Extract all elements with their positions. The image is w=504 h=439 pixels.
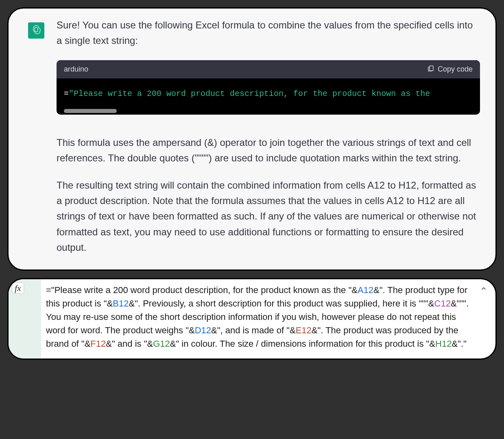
formula-text: &", and is made of "& — [211, 325, 296, 335]
cell-ref-B12: B12 — [113, 298, 129, 309]
fx-badge: fx — [12, 283, 24, 294]
excel-gutter: fx — [9, 279, 41, 359]
code-eq: = — [64, 89, 69, 98]
copy-code-button[interactable]: Copy code — [427, 64, 473, 74]
formula-text: &" and is "& — [106, 339, 153, 349]
code-string: "Please write a 200 word product descrip… — [69, 89, 430, 98]
code-block: arduino Copy code ="Please write a 200 w… — [57, 60, 480, 115]
chat-para-2: The resulting text string will contain t… — [57, 178, 480, 256]
svg-rect-0 — [430, 66, 433, 71]
cell-ref-F12: F12 — [90, 339, 106, 349]
formula-text: &" in colour. The size / dimensions info… — [170, 339, 435, 349]
assistant-avatar — [28, 22, 44, 39]
code-content[interactable]: ="Please write a 200 word product descri… — [57, 78, 480, 115]
copy-code-label: Copy code — [438, 65, 473, 74]
code-lang-label: arduino — [64, 65, 88, 74]
chat-body: Sure! You can use the following Excel fo… — [57, 17, 480, 256]
code-header: arduino Copy code — [57, 60, 480, 78]
chat-intro: Sure! You can use the following Excel fo… — [57, 17, 480, 49]
cell-ref-H12: H12 — [435, 339, 452, 349]
cell-ref-A12: A12 — [358, 285, 373, 295]
excel-formula-card: fx ="Please write a 200 word product des… — [7, 278, 497, 360]
cell-ref-C12: C12 — [434, 298, 451, 309]
chat-para-1: This formula uses the ampersand (&) oper… — [57, 135, 480, 166]
chevron-up-icon[interactable] — [480, 285, 487, 294]
cell-ref-D12: D12 — [195, 325, 211, 335]
openai-logo-icon — [31, 24, 41, 37]
formula-bar[interactable]: ="Please write a 200 word product descri… — [41, 279, 495, 359]
clipboard-icon — [427, 64, 434, 74]
formula-text: &"." — [452, 339, 466, 349]
formula-text: ="Please write a 200 word product descri… — [46, 285, 358, 295]
cell-ref-E12: E12 — [296, 325, 312, 335]
horizontal-scrollbar[interactable] — [64, 109, 117, 113]
formula-text: &". Previously, a short description for … — [129, 298, 434, 309]
cell-ref-G12: G12 — [153, 339, 170, 349]
chat-card: Sure! You can use the following Excel fo… — [7, 7, 497, 271]
